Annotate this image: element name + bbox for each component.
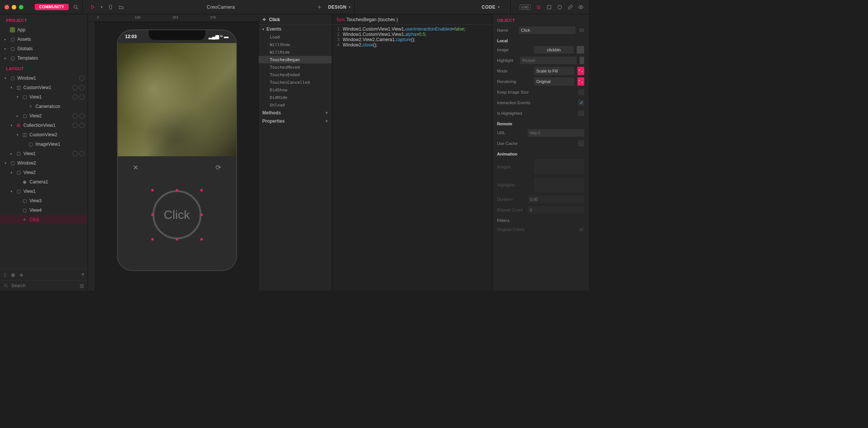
tree-item-collectionview1[interactable]: ▾⊞ CollectionView1 <box>0 120 88 130</box>
minimize-window-button[interactable] <box>12 5 16 9</box>
duration-field[interactable] <box>528 196 584 203</box>
event-touchesmoved[interactable]: TouchesMoved <box>259 63 332 71</box>
chevron-down-icon[interactable]: ▾ <box>82 272 84 277</box>
mode-select-button[interactable]: ⌃⌄ <box>577 67 584 75</box>
rendering-select-button[interactable]: ⌃⌄ <box>577 77 584 86</box>
repeat-field[interactable] <box>528 206 584 214</box>
highlights-well[interactable] <box>534 177 584 192</box>
code-line[interactable]: 3Window2.View2.Camera1.capture(); <box>332 37 492 42</box>
window-icon: ▢ <box>10 75 15 81</box>
design-chevron-icon[interactable]: ▾ <box>349 5 351 9</box>
selection-handles[interactable] <box>151 189 203 240</box>
tree-item-customview2[interactable]: ▾◫ CustomView2 <box>0 130 88 139</box>
interaction-events-checkbox[interactable] <box>578 100 584 106</box>
click-button[interactable]: Click <box>152 190 202 239</box>
refresh-icon[interactable]: ⟳ <box>215 163 221 172</box>
images-well[interactable] <box>534 159 584 174</box>
view-icon: ▢ <box>16 189 21 194</box>
canvas[interactable]: 0 126 253 379 12:03 ▂▄▆ ⌔ ▬ ✕ ⟳ <box>88 14 259 291</box>
code-line[interactable]: 2Window1.CustomView1.View1.alpha = 0.5; <box>332 32 492 37</box>
play-icon[interactable] <box>90 5 95 10</box>
close-icon[interactable]: ✕ <box>133 163 139 172</box>
is-highlighted-checkbox[interactable] <box>578 110 584 116</box>
device-icon[interactable] <box>108 5 113 10</box>
event-touchesended[interactable]: TouchesEnded <box>259 71 332 79</box>
mode-select[interactable]: Scale to Fill <box>534 67 574 75</box>
svg-line-1 <box>77 8 78 9</box>
code-editor[interactable]: func TouchesBegan (touches ) 1Window1.Cu… <box>332 14 492 291</box>
event-willshow[interactable]: WillShow <box>259 41 332 48</box>
keep-image-size-checkbox[interactable] <box>578 89 584 95</box>
sidebar-search[interactable]: ▤ <box>0 280 88 291</box>
log-button[interactable]: LOG <box>520 5 531 10</box>
close-window-button[interactable] <box>5 5 9 9</box>
event-touchescancelled[interactable]: TouchesCancelled <box>259 79 332 86</box>
play-menu-chevron-icon[interactable]: ▾ <box>101 5 103 9</box>
event-unload[interactable]: Unload <box>259 101 332 109</box>
device-icon[interactable]: ▯ <box>4 272 6 277</box>
design-mode-label[interactable]: DESIGN <box>328 5 346 10</box>
event-willhide[interactable]: WillHide <box>259 48 332 56</box>
tree-item-templates[interactable]: ▸ ▢ Templates <box>0 53 88 63</box>
tree-item-view4[interactable]: ▢ View4 <box>0 205 88 215</box>
tree-item-click[interactable]: ✧ Click <box>0 215 88 224</box>
event-didhide[interactable]: DidHide <box>259 94 332 101</box>
methods-group[interactable]: Methods+ <box>259 109 332 117</box>
image-well[interactable]: clickbtn <box>534 46 574 54</box>
add-property-button[interactable]: + <box>325 119 328 124</box>
tree-item-view2[interactable]: ▸▢ View2 <box>0 111 88 120</box>
tree-item-imageview1[interactable]: ▢ ImageView1 <box>0 139 88 149</box>
tree-item-app[interactable]: App <box>0 25 88 34</box>
tree-item-cameraicon[interactable]: ✧ CameraIcon <box>0 102 88 111</box>
tree-item-view1c[interactable]: ▾▢ View1 <box>0 186 88 196</box>
tree-item-window1[interactable]: ▾▢ Window1 <box>0 73 88 83</box>
properties-group[interactable]: Properties+ <box>259 117 332 125</box>
name-field[interactable] <box>519 26 576 34</box>
image-swatch[interactable] <box>577 46 584 54</box>
tree-item-view1b[interactable]: ▸▢ View1 <box>0 149 88 158</box>
tree-item-view1[interactable]: ▾▢ View1 <box>0 92 88 102</box>
tree-item-assets[interactable]: ▸ ▢ Assets <box>0 34 88 44</box>
add-method-button[interactable]: + <box>325 110 328 115</box>
original-colors-checkbox[interactable] <box>578 226 584 232</box>
tree-item-window2[interactable]: ▾▢ Window2 <box>0 158 88 168</box>
search-input[interactable] <box>11 283 77 288</box>
tree-item-view2b[interactable]: ▾▢ View2 <box>0 168 88 177</box>
folder-icon[interactable] <box>119 5 124 10</box>
highlight-swatch[interactable] <box>580 57 584 64</box>
search-icon[interactable] <box>73 5 78 10</box>
svg-rect-7 <box>547 5 551 9</box>
community-badge[interactable]: COMMUNITY <box>35 4 69 10</box>
list-icon[interactable] <box>536 5 541 10</box>
rendering-select[interactable]: Original <box>534 77 574 86</box>
bounds-icon[interactable] <box>546 5 552 10</box>
eye-icon[interactable] <box>578 5 583 10</box>
code-line[interactable]: 1Window1.CustomView1.View1.userInteracti… <box>332 26 492 32</box>
tree-item-customview1[interactable]: ▾◫ CustomView1 <box>0 83 88 92</box>
grid-icon: ⊞ <box>16 123 21 128</box>
layers-icon[interactable]: ▣ <box>11 272 15 277</box>
event-load[interactable]: Load <box>259 33 332 41</box>
image-icon: ✧ <box>22 217 27 222</box>
code-line[interactable]: 4Window2.close(); <box>332 42 492 48</box>
code-chevron-icon[interactable]: ▾ <box>498 5 500 9</box>
link-icon[interactable] <box>568 5 573 10</box>
shield-icon[interactable] <box>557 5 562 10</box>
tree-item-camera1[interactable]: ◉ Camera1 <box>0 177 88 186</box>
code-mode-label[interactable]: CODE <box>482 5 496 10</box>
tree-item-view3[interactable]: ▢ View3 <box>0 196 88 205</box>
folder-icon: ▢ <box>10 46 15 51</box>
tree-item-globals[interactable]: ▸ ▢ Globals <box>0 44 88 53</box>
cube-icon[interactable]: ◈ <box>20 272 23 277</box>
phone-preview[interactable]: 12:03 ▂▄▆ ⌔ ▬ ✕ ⟳ Click <box>117 29 237 271</box>
url-field[interactable] <box>528 129 584 137</box>
events-group[interactable]: ▾Events <box>259 25 332 33</box>
filter-icon[interactable]: ▤ <box>80 283 84 288</box>
zoom-window-button[interactable] <box>19 5 23 9</box>
highlight-field[interactable] <box>520 57 577 64</box>
use-cache-checkbox[interactable] <box>578 140 584 146</box>
add-tab-button[interactable]: + <box>318 4 321 11</box>
add-button[interactable] <box>79 75 85 81</box>
event-touchesbegan[interactable]: TouchesBegan <box>259 56 332 63</box>
event-didshow[interactable]: DidShow <box>259 86 332 94</box>
